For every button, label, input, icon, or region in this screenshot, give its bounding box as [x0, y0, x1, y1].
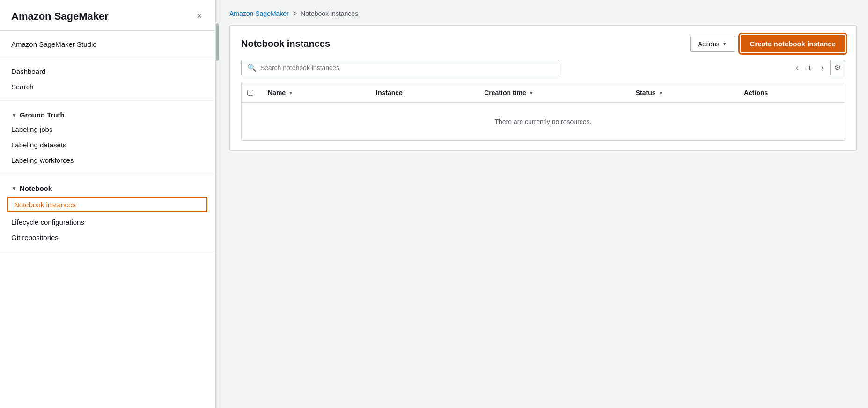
sidebar-item-lifecycle-configurations[interactable]: Lifecycle configurations — [0, 214, 215, 230]
sidebar-group-notebook[interactable]: ▼ Notebook — [0, 180, 215, 195]
breadcrumb-current: Notebook instances — [301, 10, 358, 17]
search-input[interactable] — [260, 64, 553, 72]
column-header-status[interactable]: Status ▼ — [628, 83, 736, 102]
table-settings-button[interactable]: ⚙ — [830, 60, 845, 75]
sidebar-item-dashboard[interactable]: Dashboard — [0, 64, 215, 79]
sidebar-item-git-repositories[interactable]: Git repositories — [0, 230, 215, 245]
sidebar-section-main: Dashboard Search — [0, 58, 215, 101]
actions-button[interactable]: Actions ▼ — [690, 36, 735, 52]
status-sort-icon: ▼ — [659, 90, 663, 95]
name-sort-icon: ▼ — [288, 90, 293, 95]
panel-title: Notebook instances — [241, 38, 684, 49]
select-all-checkbox-cell[interactable] — [242, 83, 260, 102]
column-header-name[interactable]: Name ▼ — [260, 83, 368, 102]
breadcrumb-parent-link[interactable]: Amazon SageMaker — [229, 10, 289, 17]
creation-time-sort-icon: ▼ — [529, 90, 534, 95]
table-header: Name ▼ Instance Creation time ▼ Status ▼… — [242, 83, 845, 103]
sidebar-close-button[interactable]: × — [195, 9, 204, 23]
actions-label: Actions — [698, 40, 720, 48]
create-notebook-instance-button[interactable]: Create notebook instance — [741, 35, 845, 52]
sidebar-item-labeling-datasets[interactable]: Labeling datasets — [0, 137, 215, 153]
empty-message: There are currently no resources. — [242, 103, 845, 140]
sidebar-header: Amazon SageMaker × — [0, 0, 215, 31]
sidebar-item-search[interactable]: Search — [0, 79, 215, 95]
column-header-creation-time[interactable]: Creation time ▼ — [477, 83, 628, 102]
sidebar-section-notebook: ▼ Notebook Notebook instances Lifecycle … — [0, 174, 215, 251]
search-icon: 🔍 — [247, 63, 257, 72]
breadcrumb: Amazon SageMaker > Notebook instances — [229, 9, 857, 18]
notebook-instances-panel: Notebook instances Actions ▼ Create note… — [229, 25, 857, 151]
pagination: ‹ 1 › ⚙ — [793, 60, 845, 75]
sidebar-scrollbar[interactable] — [215, 0, 218, 408]
settings-gear-icon: ⚙ — [834, 63, 841, 72]
notebook-arrow-icon: ▼ — [11, 185, 17, 192]
sidebar-section-ground-truth: ▼ Ground Truth Labeling jobs Labeling da… — [0, 101, 215, 174]
sidebar-section-top: Amazon SageMaker Studio — [0, 31, 215, 58]
page-number: 1 — [805, 64, 815, 72]
sidebar: Amazon SageMaker × Amazon SageMaker Stud… — [0, 0, 215, 408]
scroll-handle[interactable] — [216, 23, 219, 61]
panel-header: Notebook instances Actions ▼ Create note… — [241, 35, 845, 52]
sidebar-item-notebook-instances[interactable]: Notebook instances — [7, 197, 207, 212]
sidebar-title: Amazon SageMaker — [11, 10, 109, 22]
breadcrumb-separator: > — [293, 9, 297, 18]
search-box[interactable]: 🔍 — [241, 60, 559, 75]
notebook-instances-table: Name ▼ Instance Creation time ▼ Status ▼… — [241, 83, 845, 141]
column-header-actions: Actions — [736, 83, 845, 102]
previous-page-button[interactable]: ‹ — [793, 62, 801, 74]
ground-truth-arrow-icon: ▼ — [11, 112, 17, 118]
sidebar-item-studio[interactable]: Amazon SageMaker Studio — [0, 36, 215, 52]
sidebar-group-ground-truth[interactable]: ▼ Ground Truth — [0, 106, 215, 122]
sidebar-item-labeling-jobs[interactable]: Labeling jobs — [0, 122, 215, 137]
actions-chevron-down-icon: ▼ — [722, 41, 727, 46]
search-row: 🔍 ‹ 1 › ⚙ — [241, 60, 845, 75]
sidebar-item-labeling-workforces[interactable]: Labeling workforces — [0, 153, 215, 168]
main-content: Amazon SageMaker > Notebook instances No… — [218, 0, 868, 408]
select-all-checkbox[interactable] — [247, 90, 253, 96]
column-header-instance: Instance — [368, 83, 477, 102]
next-page-button[interactable]: › — [818, 62, 826, 74]
table-body: There are currently no resources. — [242, 103, 845, 140]
